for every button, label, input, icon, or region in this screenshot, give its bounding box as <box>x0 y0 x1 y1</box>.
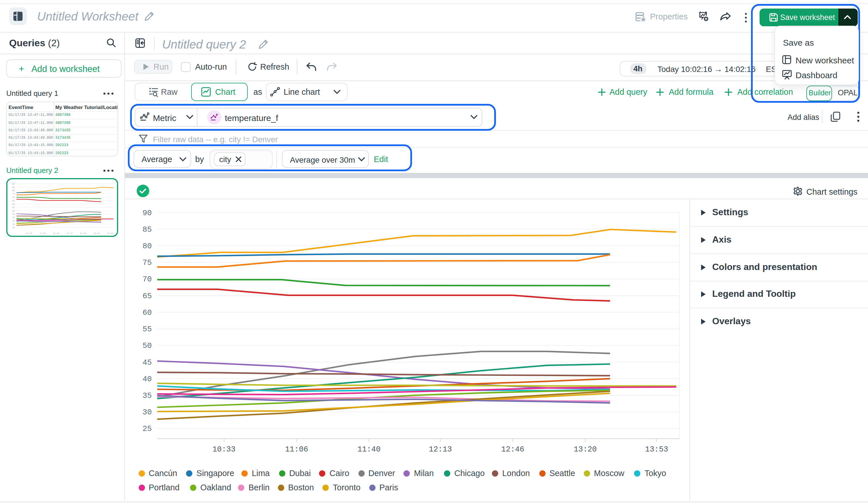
svg-text:75: 75 <box>12 193 15 195</box>
svg-text:35: 35 <box>12 219 15 222</box>
svg-text:25: 25 <box>143 425 152 433</box>
svg-text:55: 55 <box>12 206 15 209</box>
svg-text:10:33: 10:33 <box>26 232 32 235</box>
svg-text:11:40: 11:40 <box>53 232 59 235</box>
svg-text:70: 70 <box>12 196 15 199</box>
svg-text:13:20: 13:20 <box>93 232 100 235</box>
svg-text:60: 60 <box>143 309 152 317</box>
svg-text:12:13: 12:13 <box>429 445 452 454</box>
svg-text:12:46: 12:46 <box>80 232 86 235</box>
svg-text:90: 90 <box>143 209 152 217</box>
svg-text:90: 90 <box>12 183 15 185</box>
svg-text:30: 30 <box>12 223 15 225</box>
svg-text:13:53: 13:53 <box>107 232 113 235</box>
svg-text:45: 45 <box>143 359 152 367</box>
svg-text:35: 35 <box>143 392 152 400</box>
svg-text:11:06: 11:06 <box>39 232 46 235</box>
svg-text:65: 65 <box>143 292 152 300</box>
svg-text:85: 85 <box>143 225 152 234</box>
svg-text:65: 65 <box>12 199 15 202</box>
svg-text:40: 40 <box>143 375 152 383</box>
svg-text:10:33: 10:33 <box>212 445 235 454</box>
svg-text:50: 50 <box>12 209 15 212</box>
svg-text:85: 85 <box>12 186 15 189</box>
svg-text:25: 25 <box>12 226 15 229</box>
svg-text:12:13: 12:13 <box>66 232 73 235</box>
svg-text:13:53: 13:53 <box>645 445 668 454</box>
svg-text:40: 40 <box>12 216 15 219</box>
svg-text:50: 50 <box>143 342 152 350</box>
svg-text:60: 60 <box>12 203 15 205</box>
svg-text:80: 80 <box>143 242 152 250</box>
svg-text:12:46: 12:46 <box>501 445 524 454</box>
svg-text:80: 80 <box>12 189 15 192</box>
svg-text:11:40: 11:40 <box>358 445 381 454</box>
svg-text:45: 45 <box>12 213 15 215</box>
svg-text:75: 75 <box>143 259 152 267</box>
svg-text:11:06: 11:06 <box>285 445 308 454</box>
svg-text:13:20: 13:20 <box>574 445 597 454</box>
svg-text:55: 55 <box>143 325 152 333</box>
svg-text:30: 30 <box>143 408 152 417</box>
svg-text:70: 70 <box>143 275 152 284</box>
